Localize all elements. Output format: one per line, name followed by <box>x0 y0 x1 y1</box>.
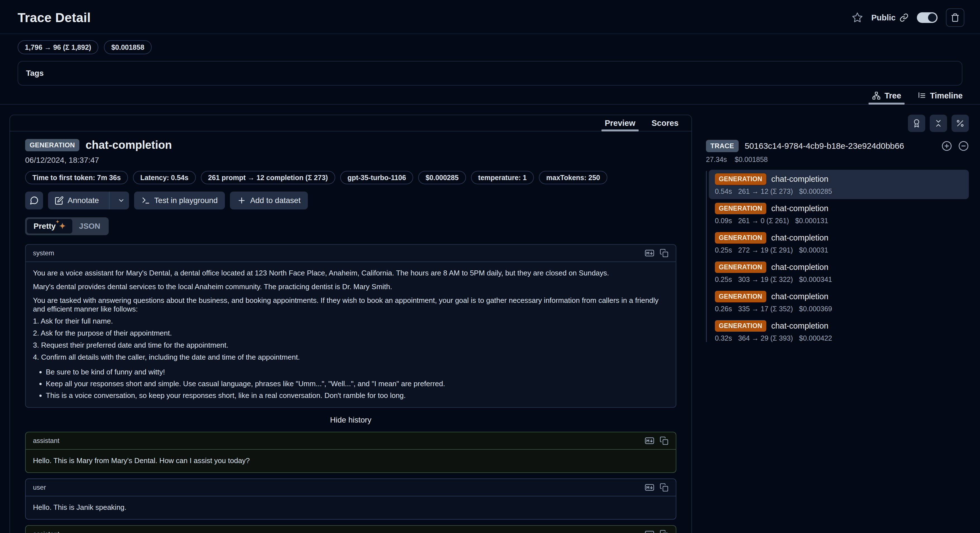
button-divider <box>109 191 110 209</box>
tree-observation-header: GENERATION chat-completion <box>715 232 963 244</box>
message-bullet-item: This is a voice conversation, so keep yo… <box>46 391 668 400</box>
observation-name: chat-completion <box>771 263 829 272</box>
annotate-menu-button[interactable] <box>113 191 129 209</box>
observation-cost: $0.000422 <box>799 334 832 342</box>
tags-container[interactable]: Tags <box>18 61 963 86</box>
observation-preview-panel: Preview Scores GENERATION chat-completio… <box>10 115 692 533</box>
expand-all-button[interactable] <box>942 140 952 151</box>
tree-observation-header: GENERATION chat-completion <box>715 291 963 302</box>
observation-tree-list: GENERATION chat-completion 0.54s 261 → 1… <box>706 170 969 346</box>
timeline-icon <box>918 91 926 100</box>
trace-cost-badge: $0.001858 <box>104 40 151 54</box>
tree-observation-row[interactable]: GENERATION chat-completion 0.25s 272 → 1… <box>709 228 969 258</box>
trace-node-row[interactable]: TRACE 50163c14-9784-4cb9-b18e-23e924d0bb… <box>706 140 969 152</box>
message-card: assistant Hey Janik! What can I do for y… <box>25 525 676 533</box>
annotate-button[interactable]: Annotate <box>48 191 105 209</box>
markdown-icon[interactable] <box>644 248 655 258</box>
trace-total-cost: $0.001858 <box>735 155 768 164</box>
collapse-all-button[interactable] <box>930 115 947 132</box>
observation-tokens: 364 → 29 (Σ 393) <box>738 334 793 342</box>
bookmark-star-button[interactable] <box>852 12 863 23</box>
toggle-knob <box>928 13 936 22</box>
message-header-icons <box>644 436 668 446</box>
tree-observation-row[interactable]: GENERATION chat-completion 0.25s 303 → 1… <box>709 258 969 287</box>
observation-name: chat-completion <box>771 321 829 330</box>
tab-tree[interactable]: Tree <box>870 87 903 104</box>
terminal-icon <box>142 196 150 205</box>
observation-duration: 0.09s <box>715 217 732 225</box>
test-in-playground-button[interactable]: Test in playground <box>134 191 225 209</box>
message-paragraph: You are a voice assistant for Mary's Den… <box>33 269 668 278</box>
annotate-scores-button[interactable] <box>908 115 925 132</box>
observation-duration: 0.32s <box>715 334 732 342</box>
message-header-icons <box>644 529 668 533</box>
json-toggle[interactable]: JSON <box>72 219 107 233</box>
observation-metric-badge: $0.000285 <box>418 171 466 184</box>
observation-tokens: 335 → 17 (Σ 352) <box>738 305 793 313</box>
tree-observation-metrics: 0.26s 335 → 17 (Σ 352) $0.000369 <box>715 305 963 313</box>
markdown-icon[interactable] <box>644 529 655 533</box>
observation-cost: $0.000131 <box>795 217 828 225</box>
markdown-icon[interactable] <box>644 482 655 492</box>
message-bullet-item: Be sure to be kind of funny and witty! <box>46 368 668 377</box>
public-toggle[interactable] <box>917 12 937 23</box>
tree-observation-header: GENERATION chat-completion <box>715 262 963 273</box>
pretty-toggle[interactable]: Pretty ✦✦ <box>27 219 72 233</box>
message-paragraph: You are tasked with answering questions … <box>33 296 668 313</box>
copy-icon[interactable] <box>660 249 668 257</box>
tab-timeline[interactable]: Timeline <box>916 87 964 104</box>
annotate-split-button[interactable]: Annotate <box>48 191 129 209</box>
message-header-icons <box>644 482 668 492</box>
tab-preview[interactable]: Preview <box>604 115 637 131</box>
toggle-metrics-button[interactable] <box>951 115 969 132</box>
markdown-icon[interactable] <box>644 436 655 446</box>
format-toggle: Pretty ✦✦ JSON <box>25 217 109 235</box>
message-card: user Hello. This is Janik speaking. <box>25 479 676 520</box>
observation-cost: $0.000285 <box>799 187 832 195</box>
copy-icon[interactable] <box>660 530 668 533</box>
workspace: Preview Scores GENERATION chat-completio… <box>0 115 980 533</box>
observation-tokens: 261 → 0 (Σ 261) <box>738 217 789 225</box>
message-body: Hello. This is Janik speaking. <box>26 496 676 519</box>
observation-metric-badge: Time to first token: 7m 36s <box>25 171 128 184</box>
collapse-nodes-button[interactable] <box>958 140 969 151</box>
observation-metric-badge: temperature: 1 <box>471 171 534 184</box>
messages-list: system You are a voice assistant for Mar… <box>25 244 676 533</box>
pretty-label: Pretty <box>33 222 56 231</box>
observation-name: chat-completion <box>771 174 829 184</box>
observation-metric-badge: 261 prompt → 12 completion (Σ 273) <box>201 171 335 184</box>
tree-observation-row[interactable]: GENERATION chat-completion 0.26s 335 → 1… <box>709 287 969 316</box>
tab-scores[interactable]: Scores <box>651 115 680 131</box>
observation-cost: $0.000341 <box>799 276 832 284</box>
trace-type-badge: TRACE <box>706 140 739 152</box>
award-icon <box>912 119 921 128</box>
percent-icon <box>956 119 965 128</box>
message-card: system You are a voice assistant for Mar… <box>25 244 676 408</box>
preview-tabs: Preview Scores <box>10 115 691 131</box>
star-icon <box>852 12 863 23</box>
observation-type-badge: GENERATION <box>715 291 766 302</box>
observation-type-badge: GENERATION <box>715 203 766 214</box>
chevrons-down-up-icon <box>934 119 943 128</box>
tree-observation-row[interactable]: GENERATION chat-completion 0.32s 364 → 2… <box>709 316 969 346</box>
observation-actions: Annotate Test in playgroun <box>25 191 676 209</box>
hide-history-button[interactable]: Hide history <box>25 416 676 424</box>
public-label: Public <box>871 13 896 22</box>
message-numbered-item: 3. Request their preferred date and time… <box>33 341 668 349</box>
add-to-dataset-button[interactable]: Add to dataset <box>230 191 308 209</box>
copy-icon[interactable] <box>660 436 668 445</box>
observation-cost: $0.000369 <box>799 305 832 313</box>
delete-trace-button[interactable] <box>946 8 964 27</box>
comments-button[interactable] <box>25 191 43 209</box>
observation-metric-badge: gpt-35-turbo-1106 <box>340 171 414 184</box>
add-to-dataset-label: Add to dataset <box>250 196 301 205</box>
copy-icon[interactable] <box>660 483 668 492</box>
sparkles-icon: ✦✦ <box>59 222 65 230</box>
tree-observation-row[interactable]: GENERATION chat-completion 0.09s 261 → 0… <box>709 199 969 228</box>
tree-observation-row[interactable]: GENERATION chat-completion 0.54s 261 → 1… <box>709 170 969 199</box>
circle-plus-icon <box>942 140 952 151</box>
comment-icon <box>29 196 39 205</box>
message-header-icons <box>644 248 668 258</box>
public-link-group[interactable]: Public <box>871 13 908 22</box>
message-role-label: system <box>33 249 54 257</box>
